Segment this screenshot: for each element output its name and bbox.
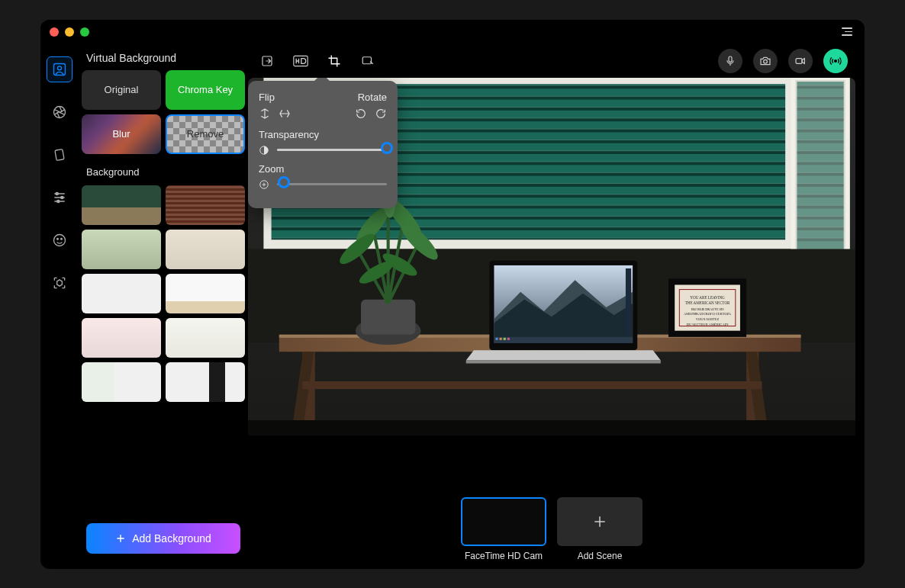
background-grid <box>82 185 245 402</box>
mode-original-label: Original <box>105 84 139 95</box>
video-icon[interactable] <box>788 49 813 73</box>
mode-grid: Original Chroma Key Blur Remove <box>82 70 245 154</box>
svg-marker-50 <box>466 350 661 360</box>
svg-text:ВЫ ВЫЕЗЖАЕТЕ ИЗ: ВЫ ВЫЕЗЖАЕТЕ ИЗ <box>691 307 725 311</box>
marker-icon[interactable] <box>356 50 379 72</box>
svg-text:THE AMERICAN SECTOR: THE AMERICAN SECTOR <box>685 300 730 304</box>
svg-rect-48 <box>507 337 510 339</box>
svg-point-14 <box>764 59 768 63</box>
mic-icon[interactable] <box>718 49 742 73</box>
scene-label: FaceTime HD Cam <box>465 551 543 561</box>
rotate-ccw-icon[interactable] <box>355 108 367 120</box>
svg-rect-34 <box>361 299 415 334</box>
svg-text:YOU ARE LEAVING: YOU ARE LEAVING <box>690 294 725 299</box>
svg-rect-61 <box>248 420 855 435</box>
maximize-window[interactable] <box>80 27 89 37</box>
zoom-label: Zoom <box>259 163 387 175</box>
nav-rail <box>40 44 79 569</box>
crop-icon[interactable] <box>323 50 346 72</box>
nav-aperture[interactable] <box>47 99 72 125</box>
section-label-background: Background <box>82 163 245 181</box>
background-thumb[interactable] <box>166 318 245 358</box>
mode-remove[interactable]: Remove <box>166 114 245 154</box>
svg-rect-13 <box>729 56 732 62</box>
svg-rect-45 <box>496 337 498 339</box>
svg-point-4 <box>56 192 58 194</box>
broadcast-icon[interactable] <box>823 49 848 73</box>
svg-text:VOUS SORTEZ: VOUS SORTEZ <box>696 317 720 321</box>
titlebar <box>40 20 865 44</box>
flip-label: Flip <box>259 92 275 103</box>
background-thumb[interactable] <box>82 185 161 225</box>
plus-icon <box>592 514 607 529</box>
transparency-label: Transparency <box>259 129 387 140</box>
rotate-cw-icon[interactable] <box>375 108 387 120</box>
svg-point-8 <box>57 238 59 239</box>
mode-remove-label: Remove <box>187 128 224 140</box>
preview: YOU ARE LEAVING THE AMERICAN SECTOR ВЫ В… <box>248 78 855 485</box>
svg-rect-0 <box>54 63 66 75</box>
traffic-lights <box>50 27 89 37</box>
svg-rect-47 <box>504 337 506 339</box>
hamburger-menu-icon[interactable] <box>837 23 855 41</box>
svg-point-7 <box>54 234 66 246</box>
add-scene-button[interactable] <box>557 497 643 546</box>
add-background-label: Add Background <box>132 532 211 545</box>
flip-controls <box>259 108 291 120</box>
rotate-label: Rotate <box>358 92 387 103</box>
svg-rect-23 <box>797 82 843 268</box>
scene-thumb-current[interactable] <box>461 497 546 546</box>
transparency-slider[interactable] <box>277 149 387 151</box>
nav-sliders[interactable] <box>47 185 72 210</box>
mode-chroma-key[interactable]: Chroma Key <box>166 70 245 110</box>
scene-item-add: Add Scene <box>557 497 643 561</box>
mode-original[interactable]: Original <box>82 70 161 110</box>
svg-text:DU SECTEUR AMÉRICAIN: DU SECTEUR AMÉRICAIN <box>687 322 729 326</box>
svg-rect-51 <box>466 360 661 363</box>
background-thumb[interactable] <box>166 362 245 402</box>
background-thumb[interactable] <box>82 318 161 358</box>
zoom-slider[interactable] <box>277 183 387 185</box>
svg-rect-49 <box>626 268 631 336</box>
side-panel: Virtual Background Original Chroma Key B… <box>79 44 248 569</box>
nav-virtual-background[interactable] <box>47 56 72 82</box>
background-thumb[interactable] <box>166 230 245 269</box>
close-window[interactable] <box>50 27 59 37</box>
svg-point-5 <box>61 196 63 198</box>
add-background-button[interactable]: Add Background <box>86 523 240 554</box>
mode-blur[interactable]: Blur <box>82 114 161 154</box>
toolbar <box>248 44 855 78</box>
center-column: YOU ARE LEAVING THE AMERICAN SECTOR ВЫ В… <box>248 44 865 569</box>
nav-card[interactable] <box>47 142 72 168</box>
flip-vertical-icon[interactable] <box>259 108 271 120</box>
svg-point-6 <box>57 200 60 202</box>
transparency-icon <box>259 145 269 156</box>
background-thumb[interactable] <box>82 230 161 269</box>
flip-horizontal-icon[interactable] <box>279 108 291 120</box>
svg-point-16 <box>835 59 837 62</box>
background-thumb[interactable] <box>82 274 161 313</box>
scene-strip: FaceTime HD Cam Add Scene <box>248 485 855 569</box>
minimize-window[interactable] <box>65 27 74 37</box>
panel-title: Virtual Background <box>82 52 245 64</box>
svg-rect-12 <box>362 56 371 63</box>
add-scene-label: Add Scene <box>578 551 623 561</box>
import-icon[interactable] <box>256 50 279 72</box>
nav-face[interactable] <box>47 227 72 253</box>
mode-chroma-label: Chroma Key <box>178 84 233 95</box>
nav-cube[interactable] <box>47 270 72 296</box>
svg-rect-44 <box>494 336 633 342</box>
background-thumb[interactable] <box>166 274 245 313</box>
svg-text:АМЕРИКАНСКОГО СЕКТОРА: АМЕРИКАНСКОГО СЕКТОРА <box>684 312 732 316</box>
main-area: Virtual Background Original Chroma Key B… <box>40 44 865 569</box>
transform-popover: Flip Rotate Transparency <box>248 81 398 208</box>
app-window: Virtual Background Original Chroma Key B… <box>40 20 865 569</box>
hd-icon[interactable] <box>289 50 312 72</box>
background-thumb[interactable] <box>166 185 245 225</box>
svg-rect-3 <box>55 149 64 160</box>
svg-rect-32 <box>302 381 762 388</box>
svg-rect-46 <box>500 337 502 339</box>
camera-icon[interactable] <box>753 49 778 73</box>
background-thumb[interactable] <box>82 362 161 402</box>
svg-point-1 <box>58 66 62 69</box>
